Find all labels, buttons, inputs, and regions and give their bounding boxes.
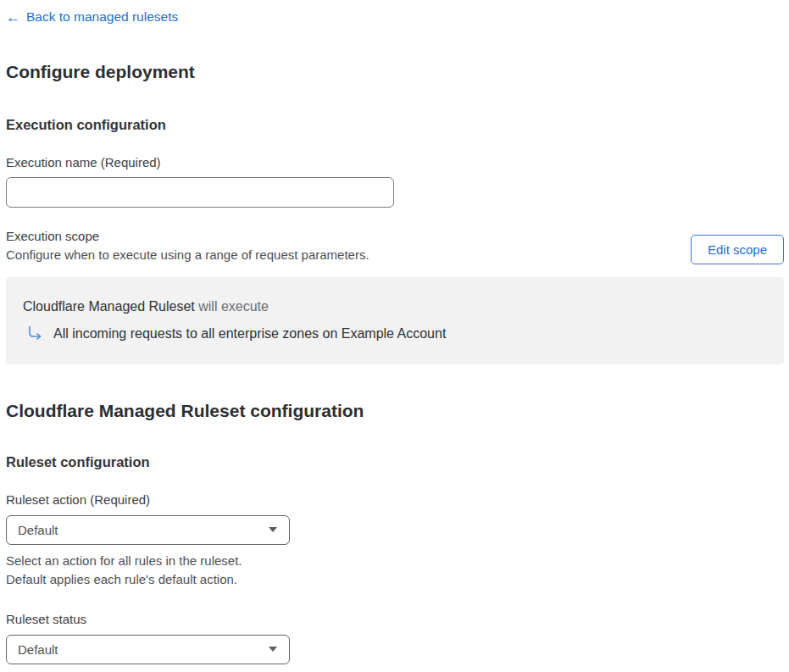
- execution-scope-text: Execution scope Configure when to execut…: [6, 229, 369, 262]
- summary-scope-value: All incoming requests to all enterprise …: [53, 326, 446, 342]
- summary-headline: Cloudflare Managed Ruleset will execute: [23, 299, 767, 314]
- execution-scope-label: Execution scope: [6, 229, 369, 243]
- back-link-label: Back to managed rulesets: [26, 9, 178, 25]
- back-to-managed-rulesets-link[interactable]: ← Back to managed rulesets: [6, 9, 178, 25]
- ruleset-configuration-page-heading: Cloudflare Managed Ruleset configuration: [6, 401, 784, 421]
- summary-will-execute: will execute: [198, 299, 269, 314]
- ruleset-status-select[interactable]: Default: [6, 635, 290, 664]
- execution-scope-summary: Cloudflare Managed Ruleset will execute …: [6, 277, 784, 364]
- summary-scope-line: All incoming requests to all enterprise …: [23, 325, 767, 343]
- ruleset-status-selected-value: Default: [18, 642, 58, 657]
- ruleset-status-label: Ruleset status: [6, 612, 784, 626]
- execution-name-label: Execution name (Required): [6, 155, 784, 169]
- ruleset-action-select[interactable]: Default: [6, 515, 290, 545]
- ruleset-configuration-subheading: Ruleset configuration: [6, 454, 784, 470]
- execution-name-input[interactable]: [6, 177, 394, 208]
- execution-scope-description: Configure when to execute using a range …: [6, 247, 369, 262]
- configure-deployment-page: ← Back to managed rulesets Configure dep…: [0, 0, 789, 672]
- execution-scope-row: Execution scope Configure when to execut…: [6, 229, 784, 264]
- page-title: Configure deployment: [6, 62, 784, 82]
- return-arrow-icon: [25, 325, 44, 343]
- back-arrow-icon: ←: [6, 10, 20, 25]
- ruleset-action-selected-value: Default: [18, 523, 58, 537]
- edit-scope-button[interactable]: Edit scope: [691, 235, 784, 264]
- chevron-down-icon: [269, 647, 277, 652]
- execution-configuration-heading: Execution configuration: [6, 117, 784, 133]
- chevron-down-icon: [269, 527, 277, 532]
- ruleset-action-label: Ruleset action (Required): [6, 492, 784, 507]
- ruleset-action-help-line-1: Select an action for all rules in the ru…: [6, 552, 784, 570]
- summary-ruleset-name: Cloudflare Managed Ruleset: [23, 299, 195, 314]
- ruleset-action-help-line-2: Default applies each rule's default acti…: [6, 570, 784, 589]
- ruleset-action-help: Select an action for all rules in the ru…: [6, 552, 784, 589]
